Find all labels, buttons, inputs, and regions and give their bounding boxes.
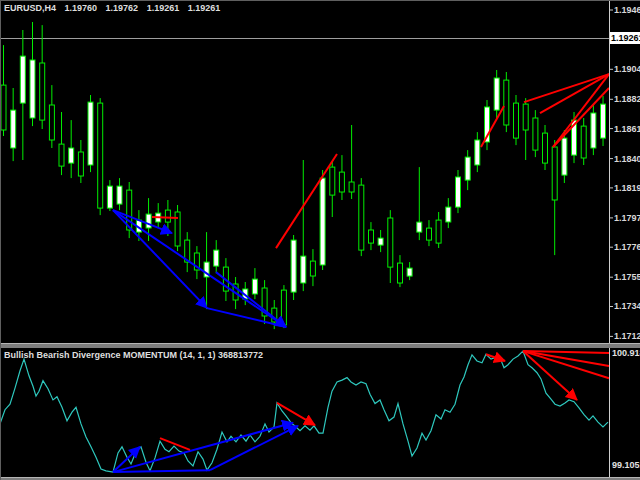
price-axis-label: 1.18825 bbox=[614, 94, 640, 104]
open-value: 1.19760 bbox=[65, 3, 98, 13]
high-value: 1.19762 bbox=[106, 3, 139, 13]
indicator-title: Bullish Bearish Divergence MOMENTUM (14,… bbox=[4, 350, 263, 360]
indicator-min-label: 99.1051 bbox=[612, 460, 640, 470]
chart-canvas[interactable] bbox=[0, 0, 640, 480]
price-axis-label: 1.18190 bbox=[614, 183, 640, 193]
price-axis-label: 1.17340 bbox=[614, 301, 640, 311]
price-axis-line bbox=[609, 0, 610, 480]
price-axis-label: 1.18615 bbox=[614, 124, 640, 134]
price-axis-label: 1.17975 bbox=[614, 213, 640, 223]
mt4-chart-window: EURUSD,H4 1.19760 1.19762 1.19261 1.1926… bbox=[0, 0, 640, 480]
price-axis-label: 1.17550 bbox=[614, 272, 640, 282]
current-price-box: 1.19261 bbox=[610, 32, 640, 44]
price-axis-label: 1.18400 bbox=[614, 154, 640, 164]
symbol-period-label: EURUSD,H4 bbox=[4, 3, 56, 13]
price-axis-label: 1.17765 bbox=[614, 242, 640, 252]
low-value: 1.19261 bbox=[147, 3, 180, 13]
chart-title: EURUSD,H4 1.19760 1.19762 1.19261 1.1926… bbox=[4, 3, 226, 13]
close-value: 1.19261 bbox=[188, 3, 221, 13]
panel-separator[interactable] bbox=[0, 343, 640, 348]
price-axis-label: 1.17125 bbox=[614, 331, 640, 341]
indicator-max-label: 100.9184 bbox=[612, 348, 640, 358]
price-axis-label: 1.19465 bbox=[614, 5, 640, 15]
price-axis-label: 1.19040 bbox=[614, 64, 640, 74]
